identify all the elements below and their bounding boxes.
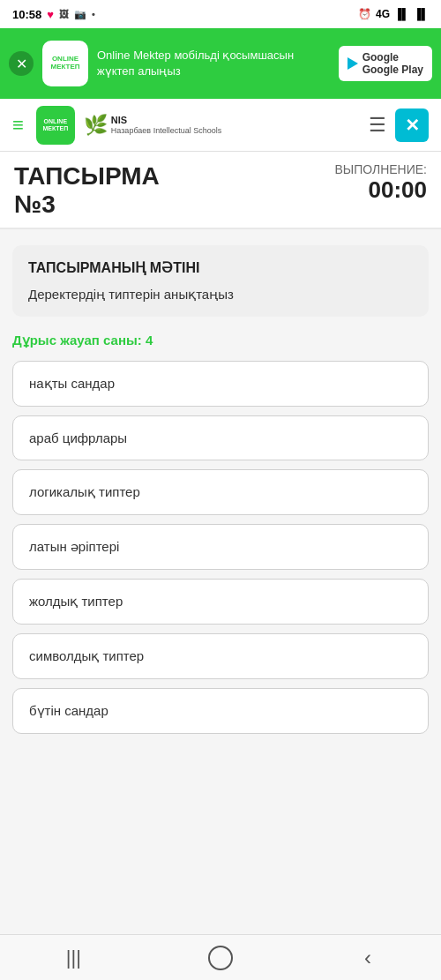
google-play-label: Google Google Play xyxy=(363,51,423,77)
battery-icon: ▐▌ xyxy=(414,8,429,20)
bottom-navigation: ||| › xyxy=(0,934,441,980)
online-mektep-logo: ONLINE МЕКТЕП xyxy=(36,106,75,145)
task-title: ТАПСЫРМА №3 xyxy=(14,162,160,219)
correct-count-label: Дұрыс жауап саны: 4 xyxy=(12,333,429,348)
answer-option-2[interactable]: араб цифрлары xyxy=(12,415,429,460)
main-content: ТАПСЫРМАНЫҢ МӘТІНІ Деректердің типтерін … xyxy=(0,229,441,812)
close-nav-button[interactable]: ✕ xyxy=(395,108,429,142)
banner-close-button[interactable]: ✕ xyxy=(9,51,34,76)
answer-list: нақты сандарараб цифрларылогикалық типте… xyxy=(12,361,429,734)
app-banner: ✕ ONLINE МЕКТЕП Online Mektep мобільді қ… xyxy=(0,28,441,99)
status-time: 10:58 xyxy=(12,8,41,21)
hamburger-menu-button[interactable]: ≡ xyxy=(12,114,24,137)
nav-bar: ≡ ONLINE МЕКТЕП 🌿 NIS Назарбаев Intellec… xyxy=(0,99,441,152)
google-play-button[interactable]: Google Google Play xyxy=(339,46,432,82)
recent-apps-button[interactable]: ||| xyxy=(51,941,95,975)
answer-option-4[interactable]: латын әріптері xyxy=(12,524,429,570)
answer-option-1[interactable]: нақты сандар xyxy=(12,361,429,407)
dot-icon: • xyxy=(92,9,95,19)
alarm-icon: ⏰ xyxy=(358,8,371,20)
task-text-box: ТАПСЫРМАНЫҢ МӘТІНІ Деректердің типтерін … xyxy=(12,245,429,317)
answer-option-5[interactable]: жолдық типтер xyxy=(12,579,429,625)
nis-logo: 🌿 NIS Назарбаев Intellectual Schools xyxy=(84,114,221,137)
recent-apps-icon: ||| xyxy=(66,946,81,969)
home-icon xyxy=(208,946,233,970)
task-text-box-title: ТАПСЫРМАНЫҢ МӘТІНІ xyxy=(28,259,413,276)
answer-option-6[interactable]: символдық типтер xyxy=(12,633,429,679)
signal-4g: 4G xyxy=(376,8,390,20)
task-description: Деректердің типтерін анықтаңыз xyxy=(28,287,413,303)
status-bar: 10:58 ♥ 🖼 📷 • ⏰ 4G ▐▌ ▐▌ xyxy=(0,0,441,28)
banner-logo: ONLINE МЕКТЕП xyxy=(42,41,88,86)
answer-option-3[interactable]: логикалық типтер xyxy=(12,469,429,515)
google-play-icon xyxy=(348,57,358,70)
answer-option-7[interactable]: бүтін сандар xyxy=(12,688,429,734)
gallery-icon: 🖼 xyxy=(59,9,69,19)
camera-icon: 📷 xyxy=(74,9,86,20)
back-icon: › xyxy=(364,946,371,970)
task-header: ТАПСЫРМА №3 ВЫПОЛНЕНИЕ: 00:00 xyxy=(0,152,441,229)
back-button[interactable]: › xyxy=(346,941,390,975)
nis-leaf-icon: 🌿 xyxy=(84,114,108,137)
banner-text: Online Mektep мобільді қосымшасын жүктеп… xyxy=(97,48,330,79)
home-button[interactable] xyxy=(198,941,243,975)
grid-view-button[interactable]: ☰ xyxy=(369,114,386,137)
signal-bars: ▐▌ xyxy=(394,8,409,20)
task-timer: ВЫПОЛНЕНИЕ: 00:00 xyxy=(334,162,427,204)
heart-icon: ♥ xyxy=(47,8,54,21)
